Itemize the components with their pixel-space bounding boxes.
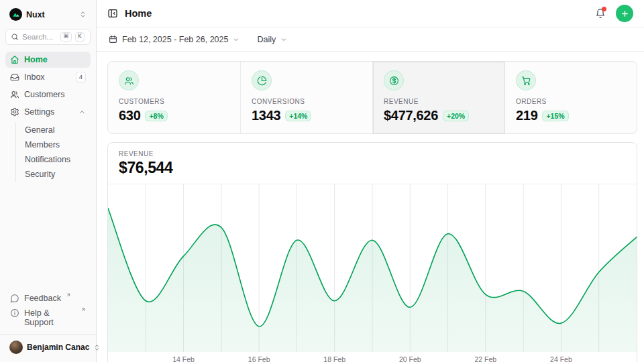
search-icon [11, 33, 19, 41]
date-range-picker[interactable]: Feb 12, 2025 - Feb 26, 2025 [107, 32, 241, 47]
users-icon [10, 90, 19, 99]
collapse-sidebar-icon[interactable] [107, 8, 118, 19]
chevron-up-icon [78, 109, 86, 116]
granularity-label: Daily [257, 35, 276, 44]
stat-value: 1343 [252, 108, 280, 123]
submenu-item-general[interactable]: General [16, 123, 91, 137]
workspace-selector[interactable]: Nuxt [5, 5, 91, 23]
stat-customers[interactable]: CUSTOMERS 630 +8% [108, 62, 240, 133]
content: CUSTOMERS 630 +8% CONVERSIONS 1343 +14% [97, 52, 644, 362]
add-button[interactable] [616, 5, 633, 22]
page-header: Home [97, 0, 644, 27]
feedback-link[interactable]: Feedback [5, 291, 91, 306]
chart-header: REVENUE $76,544 [108, 143, 637, 184]
gear-icon [10, 107, 19, 117]
help-support-link[interactable]: Help & Support [5, 306, 91, 330]
user-name: Benjamin Canac [27, 343, 89, 352]
sidebar-spacer [5, 183, 91, 291]
search-input-box[interactable]: ⌘ K [5, 29, 91, 45]
sidebar-item-label: Home [24, 55, 86, 64]
stat-conversions[interactable]: CONVERSIONS 1343 +14% [240, 62, 372, 133]
sidebar-item-inbox[interactable]: Inbox 4 [5, 69, 91, 85]
chart-metric-value: $76,544 [119, 159, 626, 177]
stat-label: ORDERS [516, 98, 626, 105]
dollar-circle-icon [384, 70, 404, 90]
page-title: Home [125, 8, 152, 19]
feedback-label: Feedback [24, 294, 61, 303]
external-link-icon [66, 292, 71, 298]
cart-icon [516, 70, 536, 90]
chart-metric-label: REVENUE [119, 150, 626, 158]
inbox-icon [10, 72, 19, 82]
nuxt-logo-icon [9, 8, 22, 21]
chevrons-up-down-icon [79, 11, 87, 18]
stat-orders[interactable]: ORDERS 219 +15% [504, 62, 637, 133]
x-tick: 16 Feb [248, 355, 270, 362]
sidebar-nav: Home Inbox 4 Customers Settings [5, 52, 91, 183]
stat-revenue[interactable]: REVENUE $477,626 +20% [372, 62, 504, 133]
calendar-icon [109, 35, 117, 44]
stats-row: CUSTOMERS 630 +8% CONVERSIONS 1343 +14% [107, 61, 637, 134]
stat-value: 630 [119, 108, 140, 123]
notifications-button[interactable] [592, 5, 609, 22]
users-icon [119, 70, 139, 90]
x-tick: 20 Feb [399, 355, 421, 362]
pie-chart-icon [252, 70, 272, 90]
stat-delta-badge: +20% [443, 111, 469, 121]
x-tick: 18 Feb [323, 355, 345, 362]
stat-label: CUSTOMERS [119, 98, 229, 105]
stat-label: CONVERSIONS [252, 98, 362, 105]
workspace-name: Nuxt [26, 10, 75, 19]
sidebar-item-label: Inbox [24, 72, 71, 82]
sidebar-item-label: Customers [24, 90, 86, 99]
submenu-item-security[interactable]: Security [16, 167, 91, 182]
stat-label: REVENUE [384, 98, 494, 105]
user-menu[interactable]: Benjamin Canac [5, 335, 91, 357]
chevron-down-icon [233, 36, 239, 43]
filters-toolbar: Feb 12, 2025 - Feb 26, 2025 Daily [97, 27, 644, 52]
stat-value: $477,626 [384, 108, 438, 123]
sidebar-item-customers[interactable]: Customers [5, 86, 91, 103]
plus-icon [621, 9, 629, 18]
k-key: K [75, 32, 85, 42]
sidebar-item-settings[interactable]: Settings [5, 104, 91, 120]
x-tick: 24 Feb [550, 355, 572, 362]
help-support-label: Help & Support [24, 308, 76, 327]
x-tick: 22 Feb [474, 355, 496, 362]
chevron-down-icon [280, 36, 287, 43]
revenue-chart-card: REVENUE $76,544 [107, 142, 637, 362]
submenu-item-members[interactable]: Members [16, 137, 91, 152]
info-circle-icon [10, 308, 19, 318]
chart-svg [108, 184, 637, 352]
avatar [9, 341, 23, 354]
sidebar-item-label: Settings [24, 107, 74, 117]
revenue-chart[interactable] [108, 184, 637, 352]
sidebar-item-home[interactable]: Home [5, 52, 91, 68]
inbox-count-badge: 4 [76, 72, 86, 82]
chart-x-axis: 14 Feb 16 Feb 18 Feb 20 Feb 22 Feb 24 Fe… [108, 352, 637, 362]
stat-value: 219 [516, 108, 537, 123]
notification-dot [602, 7, 606, 11]
stat-delta-badge: +15% [542, 111, 568, 121]
cmd-key: ⌘ [60, 32, 72, 42]
settings-submenu: General Members Notifications Security [15, 123, 91, 182]
chat-bubble-icon [10, 294, 19, 303]
home-icon [10, 55, 19, 64]
external-link-icon [80, 307, 86, 312]
app-root: Nuxt ⌘ K Home Inb [0, 0, 644, 362]
x-tick: 14 Feb [172, 355, 195, 362]
main-area: Home Feb 12, 2025 - Feb 26, 2025 [97, 0, 644, 362]
granularity-select[interactable]: Daily [256, 32, 288, 47]
date-range-label: Feb 12, 2025 - Feb 26, 2025 [122, 35, 228, 44]
sidebar: Nuxt ⌘ K Home Inb [0, 0, 97, 362]
search-input[interactable] [22, 33, 57, 41]
submenu-item-notifications[interactable]: Notifications [16, 152, 91, 167]
stat-delta-badge: +8% [145, 111, 167, 121]
stat-delta-badge: +14% [285, 111, 311, 121]
